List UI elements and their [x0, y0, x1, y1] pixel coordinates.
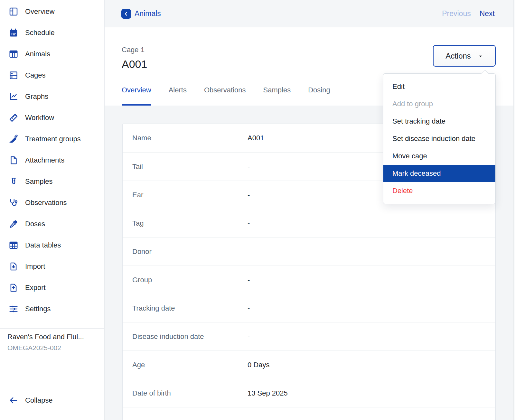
study-name: Raven's Food and Flui... [7, 333, 100, 341]
row-value: - [248, 332, 250, 341]
topbar: Animals Previous Next [105, 0, 513, 27]
sidebar-item-workflow[interactable]: Workflow [0, 107, 104, 128]
sidebar-item-doses[interactable]: Doses [0, 213, 104, 235]
sidebar-item-import[interactable]: Import [0, 256, 104, 277]
sidebar-item-label: Samples [25, 177, 53, 186]
previous-link[interactable]: Previous [442, 9, 471, 18]
tab-overview[interactable]: Overview [122, 86, 151, 106]
sidebar-item-overview[interactable]: Overview [0, 1, 104, 22]
sidebar-item-graphs[interactable]: Graphs [0, 86, 104, 107]
row-label: Date of birth [132, 389, 171, 397]
menu-item-move-cage[interactable]: Move cage [383, 147, 495, 165]
sidebar-item-label: Observations [25, 199, 67, 207]
sidebar-item-treatment-groups[interactable]: Treatment groups [0, 128, 104, 150]
row-label: Ear [132, 191, 143, 199]
sidebar-item-label: Attachments [25, 156, 64, 164]
study-info[interactable]: Raven's Food and Flui... OMEGA2025-002 [7, 333, 100, 352]
study-code: OMEGA2025-002 [7, 344, 100, 352]
back-button[interactable] [121, 9, 131, 19]
sidebar-item-label: Treatment groups [25, 135, 81, 143]
table-row: Tag - [123, 209, 495, 237]
actions-button-label: Actions [445, 51, 471, 61]
actions-button[interactable]: Actions [433, 45, 496, 67]
row-label: Tail [132, 163, 143, 171]
file-export-icon [9, 283, 18, 293]
menu-item-delete[interactable]: Delete [383, 182, 495, 200]
collapse-button[interactable]: Collapse [0, 390, 104, 411]
table-row: Disease induction date - [123, 322, 495, 350]
table-row-partial [123, 407, 495, 420]
workflow-icon [9, 113, 18, 123]
tab-observations[interactable]: Observations [204, 86, 246, 106]
sidebar: Overview Schedule Animals Cages [0, 0, 105, 420]
breadcrumb-label: Animals [135, 9, 161, 18]
file-import-icon [9, 262, 18, 271]
sidebar-item-label: Animals [25, 50, 50, 58]
sidebar-item-schedule[interactable]: Schedule [0, 22, 104, 43]
dropper-icon [9, 219, 18, 229]
sidebar-item-label: Doses [25, 220, 45, 228]
breadcrumb[interactable]: Animals [121, 0, 161, 27]
tab-alerts[interactable]: Alerts [169, 86, 187, 106]
animals-icon [9, 49, 18, 59]
row-value: - [248, 163, 250, 171]
row-value: - [248, 304, 250, 313]
cage-label: Cage 1 [122, 46, 145, 54]
sidebar-item-label: Settings [25, 305, 51, 313]
page-title: A001 [122, 57, 147, 71]
sidebar-item-label: Data tables [25, 241, 61, 249]
tab-dosing[interactable]: Dosing [308, 86, 330, 106]
sidebar-item-settings[interactable]: Settings [0, 298, 104, 320]
row-value: - [248, 276, 250, 284]
menu-item-set-tracking-date[interactable]: Set tracking date [383, 113, 495, 130]
table-row: Donor - [123, 237, 495, 266]
menu-item-mark-deceased[interactable]: Mark deceased [383, 165, 495, 182]
schedule-icon [9, 28, 18, 38]
sidebar-item-animals[interactable]: Animals [0, 43, 104, 65]
sidebar-item-export[interactable]: Export [0, 277, 104, 298]
row-label: Name [132, 134, 151, 142]
tab-samples[interactable]: Samples [263, 86, 291, 106]
table-row: Tracking date - [123, 294, 495, 322]
sidebar-item-observations[interactable]: Observations [0, 192, 104, 213]
sidebar-nav: Overview Schedule Animals Cages [0, 1, 104, 320]
graphs-icon [9, 92, 18, 101]
sidebar-item-samples[interactable]: Samples [0, 171, 104, 192]
pager: Previous Next [442, 0, 495, 27]
arrow-left-icon [9, 396, 18, 405]
table-row: Group - [123, 266, 495, 294]
sidebar-item-label: Import [25, 262, 45, 271]
tab-bar: Overview Alerts Observations Samples Dos… [122, 86, 330, 106]
row-label: Tracking date [132, 304, 175, 313]
table-grid-icon [9, 240, 18, 250]
scrollbar[interactable] [513, 0, 515, 420]
sidebar-item-cages[interactable]: Cages [0, 65, 104, 86]
table-row: Date of birth 13 Sep 2025 [123, 379, 495, 407]
caret-down-icon [478, 54, 483, 59]
menu-item-add-to-group: Add to group [383, 95, 495, 113]
document-icon [9, 155, 18, 165]
row-label: Group [132, 276, 152, 284]
overview-icon [9, 7, 18, 16]
test-tube-icon [9, 177, 18, 186]
app: Overview Schedule Animals Cages [0, 0, 515, 420]
row-value: - [248, 219, 250, 228]
row-label: Disease induction date [132, 332, 204, 341]
row-label: Age [132, 361, 145, 369]
collapse-label: Collapse [25, 396, 53, 405]
sidebar-item-attachments[interactable]: Attachments [0, 150, 104, 171]
row-value: 0 Days [248, 361, 269, 369]
actions-menu: Edit Add to group Set tracking date Set … [383, 73, 496, 204]
sidebar-item-data-tables[interactable]: Data tables [0, 235, 104, 256]
sidebar-item-label: Export [25, 284, 46, 292]
next-link[interactable]: Next [480, 9, 495, 18]
menu-item-set-disease-induction-date[interactable]: Set disease induction date [383, 130, 495, 147]
stethoscope-icon [9, 198, 18, 208]
cages-icon [9, 70, 18, 80]
sidebar-divider [0, 328, 104, 329]
chevron-left-icon [123, 11, 129, 17]
menu-item-edit[interactable]: Edit [383, 78, 495, 95]
sidebar-item-label: Graphs [25, 92, 48, 101]
sidebar-item-label: Overview [25, 7, 55, 16]
row-label: Tag [132, 219, 144, 228]
